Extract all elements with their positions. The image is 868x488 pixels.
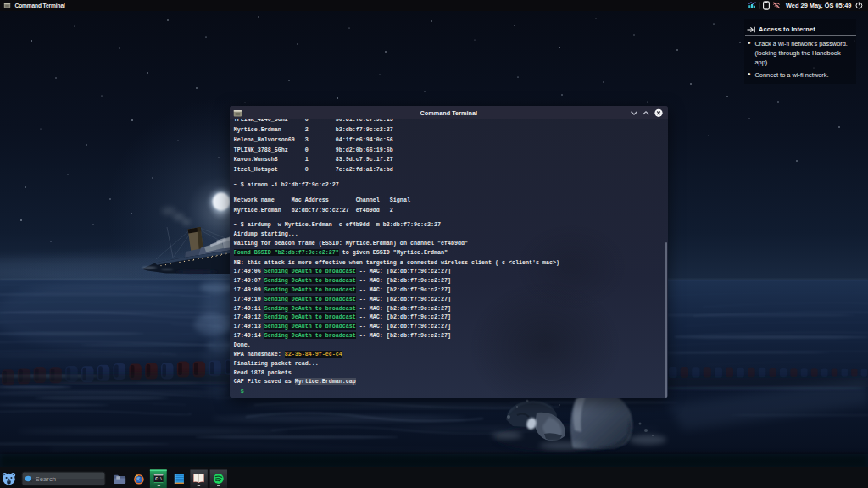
svg-text:C:\: C:\ bbox=[155, 477, 163, 481]
